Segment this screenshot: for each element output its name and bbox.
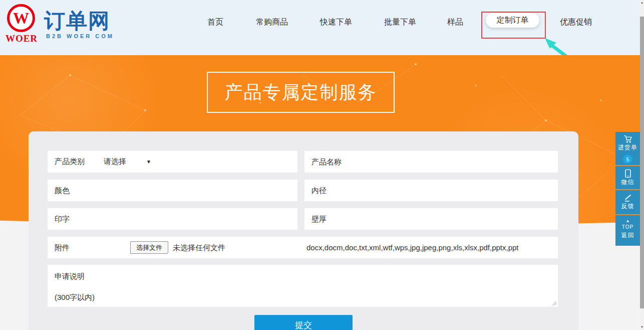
logo-letter: W: [13, 10, 29, 26]
site-name: 订单网: [44, 7, 110, 35]
arrow-up-icon: ▲: [626, 219, 630, 223]
product-name-input[interactable]: [304, 151, 558, 173]
nav-item-bulk-order[interactable]: 批量下单: [384, 17, 416, 28]
cart-panel-button[interactable]: 进货单 5: [615, 132, 640, 165]
scrollbar-down-icon[interactable]: ▼: [640, 325, 644, 328]
scrollbar-up-icon[interactable]: ▲: [640, 1, 644, 4]
cart-count-badge: 5: [623, 154, 632, 164]
description-textarea[interactable]: 申请说明 (300字以内): [48, 265, 558, 307]
chevron-down-icon: ▼: [146, 159, 151, 164]
page-scrollbar[interactable]: ▲ ▼: [640, 0, 644, 330]
back-label: 返回: [621, 231, 634, 240]
nav-item-promotions[interactable]: 优惠促销: [560, 17, 592, 28]
wechat-button[interactable]: 微信: [615, 166, 640, 189]
attachment-label: 附件: [55, 237, 70, 258]
nav-item-home[interactable]: 首页: [207, 17, 223, 28]
header: W WOER 订单网 B2B WOER COM 首页 常购商品 快速下单 批量下…: [0, 0, 640, 55]
phone-icon: [624, 169, 631, 178]
description-placeholder-line1: 申请说明: [55, 272, 85, 281]
inner-diameter-input[interactable]: [304, 180, 558, 201]
pencil-icon: [623, 194, 632, 202]
wechat-label: 微信: [621, 178, 634, 187]
nav-item-quick-order[interactable]: 快速下单: [320, 17, 352, 28]
nav-item-frequent-goods[interactable]: 常购商品: [256, 17, 288, 28]
nav-item-samples[interactable]: 样品: [447, 17, 463, 28]
woer-logo-icon: W: [7, 4, 35, 32]
attachment-row: 附件 选择文件 未选择任何文件 docx,docm,doc,txt,xml,wt…: [48, 237, 558, 258]
cart-icon: [623, 135, 632, 143]
product-category-label: 产品类别: [55, 157, 85, 167]
product-category-value: 请选择: [104, 157, 126, 167]
feedback-button[interactable]: 反馈: [615, 190, 640, 214]
hero-title-frame: 产品专属定制服务: [207, 72, 395, 113]
site-subtitle: B2B WOER COM: [46, 33, 114, 39]
file-status-text: 未选择任何文件: [173, 237, 225, 258]
color-input[interactable]: [48, 180, 297, 201]
print-text-input[interactable]: [48, 208, 297, 230]
allowed-file-types: docx,docm,doc,txt,xml,wtf,wps,jpg,jpeg,p…: [306, 237, 519, 258]
feedback-label: 反馈: [621, 202, 634, 211]
wall-thickness-input[interactable]: [304, 208, 558, 230]
logo-word: WOER: [5, 33, 38, 44]
description-placeholder-line2: (300字以内): [55, 293, 95, 302]
top-text: TOP: [622, 224, 633, 230]
custom-order-form-card: 产品类别 请选择 ▼ 附件 选择文件 未选择任何文件 docx,docm,doc…: [29, 131, 578, 330]
back-to-top-button[interactable]: ▲ TOP 返回: [615, 215, 640, 246]
site-logo[interactable]: W WOER 订单网 B2B WOER COM: [5, 3, 115, 52]
choose-file-button[interactable]: 选择文件: [130, 241, 168, 254]
page-title: 产品专属定制服务: [225, 80, 377, 105]
submit-button[interactable]: 提交: [254, 315, 353, 330]
cart-label: 进货单: [618, 143, 637, 152]
product-category-select[interactable]: 产品类别 请选择 ▼: [48, 151, 297, 173]
scrollbar-thumb[interactable]: [640, 17, 644, 308]
page: W WOER 订单网 B2B WOER COM 首页 常购商品 快速下单 批量下…: [0, 0, 644, 330]
annotation-highlight-rect: [481, 12, 546, 39]
annotation-arrow-icon: [544, 37, 569, 58]
textarea-resize-handle-icon[interactable]: [552, 301, 557, 306]
